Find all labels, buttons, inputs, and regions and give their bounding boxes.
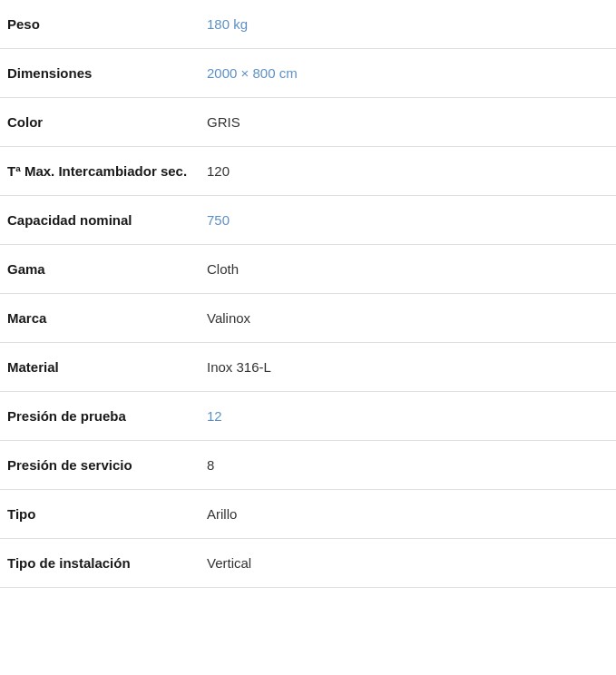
- spec-row-presion-servicio: Presión de servicio8: [0, 441, 616, 490]
- spec-row-capacidad: Capacidad nominal750: [0, 196, 616, 245]
- spec-label-ta-max: Tª Max. Intercambiador sec.: [7, 163, 207, 179]
- spec-label-color: Color: [7, 114, 207, 130]
- spec-label-gama: Gama: [7, 261, 207, 277]
- spec-value-gama: Cloth: [207, 261, 239, 277]
- specs-table: Peso180 kgDimensiones2000 × 800 cmColorG…: [0, 0, 616, 588]
- spec-row-marca: MarcaValinox: [0, 294, 616, 343]
- spec-value-dimensiones: 2000 × 800 cm: [207, 65, 298, 81]
- spec-value-ta-max: 120: [207, 163, 230, 179]
- spec-label-presion-servicio: Presión de servicio: [7, 457, 207, 473]
- spec-row-dimensiones: Dimensiones2000 × 800 cm: [0, 49, 616, 98]
- spec-row-tipo-instalacion: Tipo de instalaciónVertical: [0, 539, 616, 588]
- spec-value-tipo: Arillo: [207, 506, 237, 522]
- spec-value-color: GRIS: [207, 114, 240, 130]
- spec-row-peso: Peso180 kg: [0, 0, 616, 49]
- spec-row-ta-max: Tª Max. Intercambiador sec.120: [0, 147, 616, 196]
- spec-label-marca: Marca: [7, 310, 207, 326]
- spec-label-peso: Peso: [7, 16, 207, 32]
- spec-value-presion-servicio: 8: [207, 457, 214, 473]
- spec-label-capacidad: Capacidad nominal: [7, 212, 207, 228]
- spec-value-capacidad: 750: [207, 212, 230, 228]
- spec-value-peso: 180 kg: [207, 16, 248, 32]
- spec-label-presion-prueba: Presión de prueba: [7, 408, 207, 424]
- spec-value-presion-prueba: 12: [207, 408, 222, 424]
- spec-value-material: Inox 316-L: [207, 359, 271, 375]
- spec-row-presion-prueba: Presión de prueba12: [0, 392, 616, 441]
- spec-row-color: ColorGRIS: [0, 98, 616, 147]
- spec-label-material: Material: [7, 359, 207, 375]
- spec-label-dimensiones: Dimensiones: [7, 65, 207, 81]
- spec-row-tipo: TipoArillo: [0, 490, 616, 539]
- spec-row-gama: GamaCloth: [0, 245, 616, 294]
- spec-label-tipo-instalacion: Tipo de instalación: [7, 555, 207, 571]
- spec-value-tipo-instalacion: Vertical: [207, 555, 251, 571]
- spec-row-material: MaterialInox 316-L: [0, 343, 616, 392]
- spec-value-marca: Valinox: [207, 310, 250, 326]
- spec-label-tipo: Tipo: [7, 506, 207, 522]
